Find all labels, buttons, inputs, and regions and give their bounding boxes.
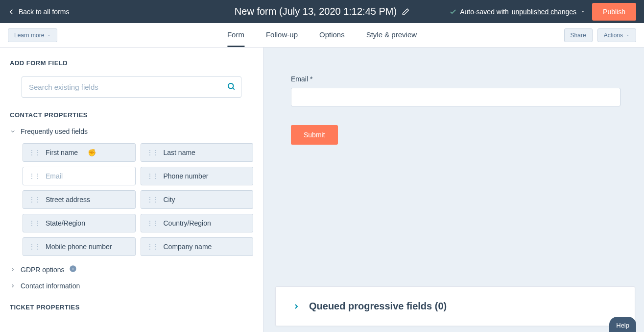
actions-label: Actions	[604, 32, 623, 39]
svg-point-0	[228, 83, 234, 89]
grip-icon: ⋮⋮	[29, 223, 41, 224]
grip-icon: ⋮⋮	[147, 246, 159, 248]
grip-icon: ⋮⋮	[147, 176, 159, 177]
top-right-group: Auto-saved with unpublished changes Publ…	[449, 3, 636, 21]
share-button[interactable]: Share	[564, 28, 593, 42]
frequently-used-toggle[interactable]: Frequently used fields	[10, 128, 253, 135]
learn-more-button[interactable]: Learn more	[8, 28, 57, 42]
field-company-name[interactable]: ⋮⋮ Company name	[141, 237, 254, 256]
grab-cursor-icon: ✊	[88, 149, 96, 156]
pencil-icon[interactable]	[402, 8, 409, 16]
grip-icon: ⋮⋮	[29, 246, 41, 248]
queued-title: Queued progressive fields (0)	[309, 301, 447, 312]
queued-progressive-card[interactable]: Queued progressive fields (0)	[275, 286, 635, 326]
tab-options[interactable]: Options	[319, 24, 345, 47]
main-area: ADD FORM FIELD CONTACT PROPERTIES Freque…	[0, 48, 644, 332]
grip-icon: ⋮⋮	[147, 223, 159, 224]
grip-icon: ⋮⋮	[147, 152, 159, 153]
field-label: Mobile phone number	[46, 243, 112, 251]
tab-style-preview[interactable]: Style & preview	[366, 24, 417, 47]
submit-button[interactable]: Submit	[291, 125, 338, 145]
chevron-right-icon	[10, 267, 16, 273]
autosave-link-text: unpublished changes	[512, 8, 576, 16]
back-to-forms-link[interactable]: Back to all forms	[4, 5, 72, 18]
info-icon[interactable]: i	[69, 265, 77, 274]
field-label: Last name	[164, 149, 195, 156]
chevron-right-icon	[292, 303, 300, 310]
field-phone-number[interactable]: ⋮⋮ Phone number	[141, 167, 254, 185]
page-title: New form (July 13, 2020 1:12:45 PM)	[235, 6, 397, 17]
add-field-header: ADD FORM FIELD	[10, 59, 253, 67]
autosave-prefix: Auto-saved with	[460, 8, 509, 16]
email-input[interactable]	[291, 88, 620, 106]
toolbar-right: Share Actions	[564, 28, 636, 42]
right-panel: Email * Submit Queued progressive fields…	[263, 48, 644, 332]
ticket-properties-header: TICKET PROPERTIES	[10, 304, 253, 311]
chevron-right-icon	[10, 283, 16, 289]
tab-form[interactable]: Form	[227, 24, 244, 47]
grip-icon: ⋮⋮	[29, 152, 41, 153]
contact-properties-header: CONTACT PROPERTIES	[10, 111, 253, 119]
grip-icon: ⋮⋮	[29, 199, 41, 201]
svg-line-1	[233, 88, 234, 89]
svg-text:i: i	[72, 266, 73, 271]
top-bar: Back to all forms New form (July 13, 202…	[0, 0, 644, 23]
field-state-region[interactable]: ⋮⋮ State/Region	[23, 214, 136, 232]
autosave-status[interactable]: Auto-saved with unpublished changes	[449, 8, 585, 16]
tab-follow-up[interactable]: Follow-up	[266, 24, 298, 47]
frequently-used-label: Frequently used fields	[21, 128, 88, 135]
contact-information-toggle[interactable]: Contact information	[10, 282, 253, 290]
field-label: First name	[46, 149, 78, 156]
left-panel: ADD FORM FIELD CONTACT PROPERTIES Freque…	[0, 48, 263, 332]
search-input[interactable]	[22, 77, 241, 98]
field-label: Country/Region	[164, 219, 211, 227]
caret-down-icon	[626, 33, 630, 37]
search-icon[interactable]	[227, 82, 236, 93]
form-preview: Email * Submit	[263, 48, 644, 273]
publish-button[interactable]: Publish	[592, 3, 636, 21]
field-grid: ⋮⋮ First name ✊ ⋮⋮ Last name ⋮⋮ Email ⋮⋮…	[23, 143, 253, 256]
caret-down-icon	[580, 9, 585, 14]
email-field-label: Email *	[291, 75, 620, 83]
tabs: Form Follow-up Options Style & preview	[227, 24, 417, 47]
field-label: Phone number	[164, 172, 209, 180]
help-button[interactable]: Help	[609, 317, 636, 332]
caret-down-icon	[47, 33, 51, 37]
page-title-wrap: New form (July 13, 2020 1:12:45 PM)	[235, 6, 409, 17]
field-label: City	[164, 196, 175, 204]
field-country-region[interactable]: ⋮⋮ Country/Region	[141, 214, 254, 232]
field-city[interactable]: ⋮⋮ City	[141, 190, 254, 209]
search-wrap	[22, 77, 241, 98]
field-label: Email	[46, 172, 63, 180]
field-last-name[interactable]: ⋮⋮ Last name	[141, 143, 254, 162]
learn-more-label: Learn more	[14, 32, 44, 39]
gdpr-options-toggle[interactable]: GDPR options i	[10, 265, 253, 274]
chevron-down-icon	[10, 128, 16, 134]
field-label: Company name	[164, 243, 212, 251]
back-label: Back to all forms	[19, 8, 69, 16]
field-mobile-phone[interactable]: ⋮⋮ Mobile phone number	[23, 237, 136, 256]
contact-info-label: Contact information	[21, 282, 80, 290]
toolbar: Learn more Form Follow-up Options Style …	[0, 23, 644, 48]
field-street-address[interactable]: ⋮⋮ Street address	[23, 190, 136, 209]
field-label: Street address	[46, 196, 90, 204]
field-first-name[interactable]: ⋮⋮ First name ✊	[23, 143, 136, 162]
actions-button[interactable]: Actions	[597, 28, 636, 42]
grip-icon: ⋮⋮	[29, 176, 41, 177]
gdpr-label: GDPR options	[21, 266, 64, 274]
grip-icon: ⋮⋮	[147, 199, 159, 201]
field-email[interactable]: ⋮⋮ Email	[23, 167, 136, 185]
field-label: State/Region	[46, 219, 85, 227]
check-icon	[449, 8, 457, 16]
chevron-left-icon	[7, 7, 16, 16]
